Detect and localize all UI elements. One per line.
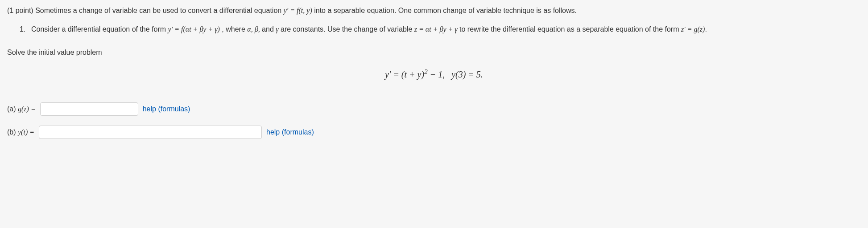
points-label: (1 point) [7, 7, 33, 14]
item1-post: to rewrite the differential equation as … [459, 25, 681, 33]
problem-intro: (1 point) Sometimes a change of variable… [7, 5, 861, 16]
item1-eq3: z′ = g(z) [681, 25, 705, 33]
item1-gamma: γ [276, 25, 278, 33]
item1-end: . [705, 25, 707, 33]
sublist-number: 1. [20, 24, 28, 35]
answer-row-a: (a) g(z) = help (formulas) [7, 102, 861, 116]
intro-text-post: into a separable equation. One common ch… [314, 7, 577, 14]
sublist-item-1: 1. Consider a differential equation of t… [20, 24, 861, 35]
item1-pre: Consider a differential equation of the … [31, 25, 168, 33]
answer-label-a: (a) g(z) = [7, 104, 36, 114]
item1-and: and [262, 25, 276, 33]
item1-mid2: are constants. Use the change of variabl… [281, 25, 414, 33]
help-link-b[interactable]: help (formulas) [266, 127, 314, 138]
item1-eq1: y′ = f(αt + βy + γ) [168, 25, 220, 33]
help-link-a[interactable]: help (formulas) [143, 104, 190, 114]
item1-consts: α, β, [247, 25, 260, 33]
sublist-content: Consider a differential equation of the … [31, 24, 707, 35]
answer-label-b: (b) y(t) = [7, 127, 34, 138]
part-b-prefix: (b) [7, 128, 18, 136]
ivp-equation: y′ = (t + y)2 − 1, y(3) = 5. [7, 67, 861, 81]
gz-input[interactable] [40, 102, 138, 116]
item1-eq2: z = αt + βy + γ [414, 25, 458, 33]
part-a-prefix: (a) [7, 105, 18, 113]
answer-row-b: (b) y(t) = help (formulas) [7, 126, 861, 139]
solve-prompt: Solve the initial value problem [7, 47, 861, 58]
item1-mid1: , where [222, 25, 247, 33]
intro-text-pre: Sometimes a change of variable can be us… [35, 7, 284, 14]
sublist: 1. Consider a differential equation of t… [7, 24, 861, 35]
yt-input[interactable] [39, 126, 262, 139]
intro-equation: y′ = f(t, y) [284, 7, 312, 14]
